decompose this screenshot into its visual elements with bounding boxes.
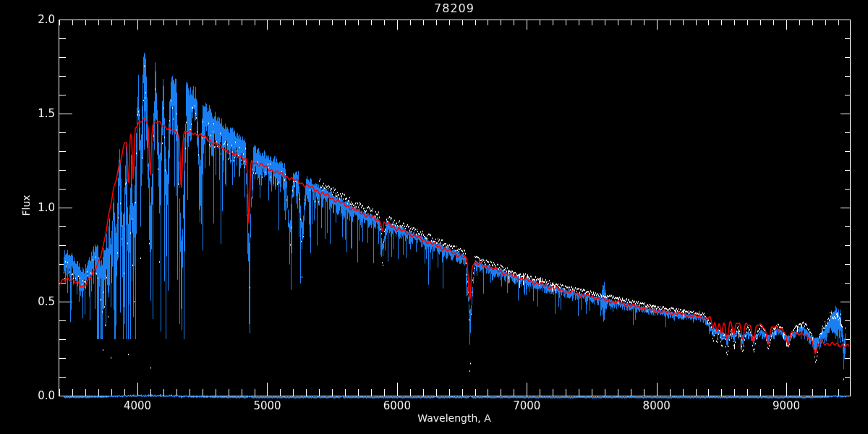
y-tick-label: 2.0 [20, 13, 55, 26]
spectrum-plot-canvas [0, 0, 868, 434]
x-tick-label: 4000 [114, 399, 161, 412]
y-tick-label: 0.5 [20, 295, 55, 308]
y-tick-label: 1.0 [20, 201, 55, 214]
x-tick-label: 7000 [503, 399, 550, 412]
x-tick-label: 6000 [374, 399, 420, 412]
x-tick-label: 8000 [634, 399, 680, 412]
y-tick-label: 0.0 [20, 389, 55, 402]
chart-title: 78209 [20, 1, 868, 15]
x-tick-label: 5000 [244, 399, 290, 412]
y-tick-label: 1.5 [20, 107, 55, 120]
x-tick-label: 9000 [763, 399, 809, 412]
spectrum-figure: 78209 Wavelength, A Flux 400050006000700… [0, 0, 868, 434]
x-axis-label: Wavelength, A [20, 412, 868, 424]
